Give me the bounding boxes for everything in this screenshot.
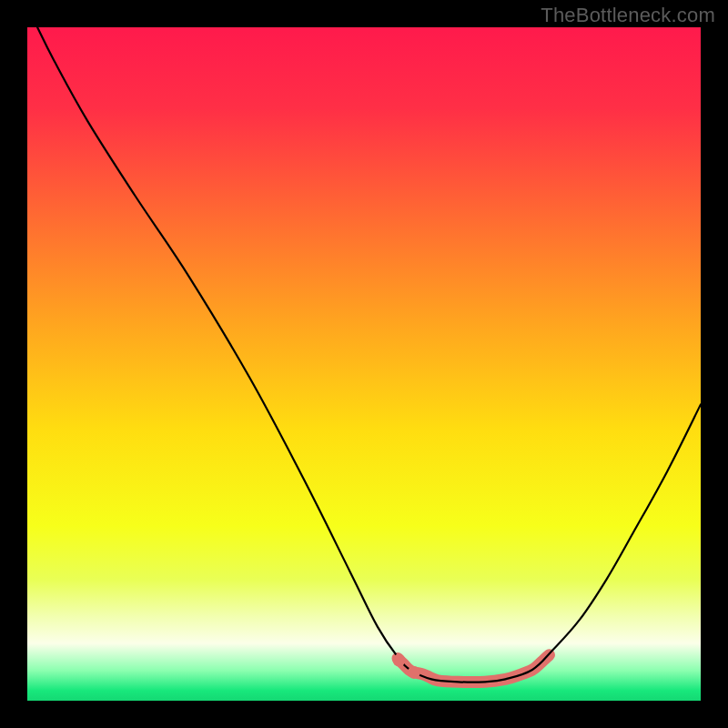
highlight-dot — [392, 654, 405, 667]
plot-svg — [27, 27, 701, 701]
plot-area — [27, 27, 701, 701]
chart-frame: TheBottleneck.com — [0, 0, 728, 728]
highlight-dot — [408, 666, 420, 679]
watermark-text: TheBottleneck.com — [541, 4, 715, 27]
